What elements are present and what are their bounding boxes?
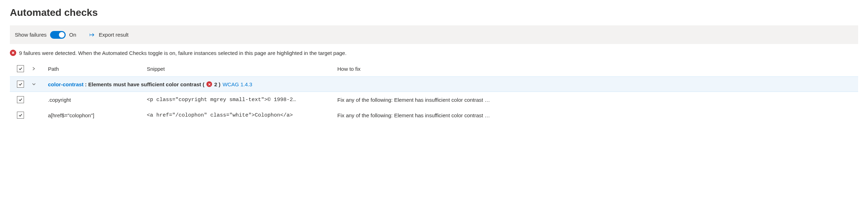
rule-group-row[interactable]: color-contrast : Elements must have suff… [10,76,858,92]
row-snippet: <a href="/colophon" class="white">Coloph… [147,112,337,118]
row-checkbox[interactable] [17,112,24,119]
group-checkbox[interactable] [17,81,24,88]
table-header-row: Path Snippet How to fix [10,61,858,76]
row-checkbox[interactable] [17,96,24,103]
toggle-state-label: On [69,32,76,38]
export-result-button[interactable]: Export result [86,30,132,40]
table-row: a[href$="colophon"] <a href="/colophon" … [10,107,858,123]
row-path: .copyright [48,97,147,103]
column-header-snippet[interactable]: Snippet [147,66,337,72]
page-title: Automated checks [10,7,858,18]
rule-description: : Elements must have sufficient color co… [85,81,204,87]
show-failures-toggle[interactable] [50,31,66,39]
select-all-checkbox[interactable] [17,65,24,72]
export-label: Export result [99,32,128,38]
row-snippet: <p class="copyright mgrey small-text">© … [147,97,337,103]
column-header-path[interactable]: Path [48,66,147,72]
error-icon [10,50,16,56]
close-paren: ) [219,81,221,87]
row-path: a[href$="colophon"] [48,112,147,118]
toggle-knob [59,32,65,38]
rule-id-link[interactable]: color-contrast [48,81,84,87]
error-count: 2 [214,81,217,87]
status-text: 9 failures were detected. When the Autom… [19,50,346,56]
table-row: .copyright <p class="copyright mgrey sma… [10,92,858,107]
status-line: 9 failures were detected. When the Autom… [10,50,858,56]
column-header-fix[interactable]: How to fix [337,66,858,72]
export-icon [90,32,96,37]
collapse-group-button[interactable] [31,81,37,87]
row-fix: Fix any of the following: Element has in… [337,97,858,103]
show-failures-label: Show failures [15,32,47,38]
wcag-link[interactable]: WCAG 1.4.3 [223,81,252,87]
expand-all-button[interactable] [31,66,37,71]
toolbar: Show failures On Export result [10,25,858,44]
error-count-icon [206,81,212,87]
row-fix: Fix any of the following: Element has in… [337,112,858,118]
